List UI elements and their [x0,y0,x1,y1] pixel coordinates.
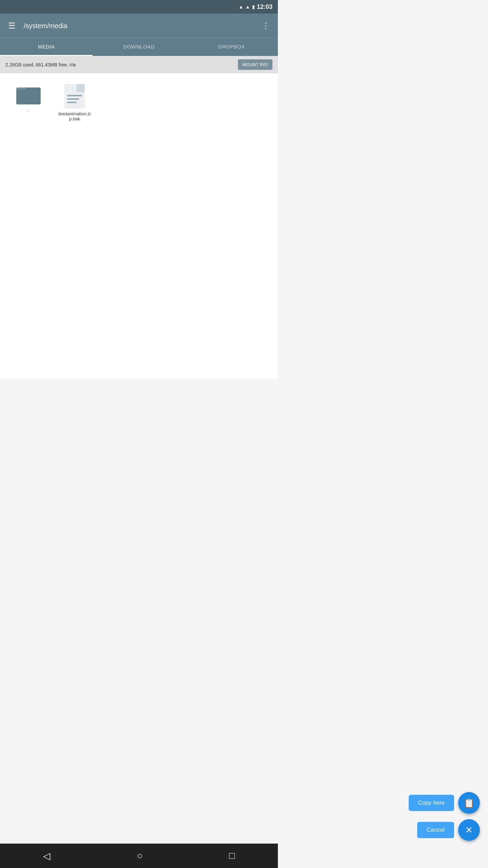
file-grid: .. bootanimation.zip.bak [0,73,278,378]
storage-text: 2.26GB used, 661.43MB free, r/w [5,62,234,67]
list-item[interactable]: bootanimation.zip.bak [54,81,95,124]
mount-button[interactable]: MOUNT R/O [238,59,272,70]
status-bar: ▲ ▲ ▮ 12:03 [0,0,278,14]
file-name: .. [27,107,29,112]
svg-rect-7 [67,98,79,100]
svg-rect-5 [77,84,85,92]
wifi-icon: ▲ [239,4,243,9]
signal-icon: ▲ [245,4,250,9]
tab-download[interactable]: DOWNLOAD [93,38,185,56]
file-name: bootanimation.zip.bak [57,111,92,121]
battery-icon: ▮ [252,4,255,9]
status-time: 12:03 [257,3,272,11]
svg-rect-2 [16,90,41,104]
page-title: /system/media [24,22,253,30]
more-options-icon[interactable]: ⋮ [259,18,272,33]
svg-rect-8 [67,102,77,103]
tab-media[interactable]: MEDIA [0,38,93,56]
header: ☰ /system/media ⋮ [0,14,278,38]
list-item[interactable]: .. [8,81,49,124]
status-icons: ▲ ▲ ▮ 12:03 [239,3,272,11]
storage-info-bar: 2.26GB used, 661.43MB free, r/w MOUNT R/… [0,56,278,73]
svg-rect-6 [67,95,82,96]
tabs-bar: MEDIA DOWNLOAD DROPBOX [0,38,278,56]
file-icon [64,84,85,108]
folder-icon [16,84,41,104]
menu-icon[interactable]: ☰ [5,18,18,33]
tab-dropbox[interactable]: DROPBOX [185,38,278,56]
